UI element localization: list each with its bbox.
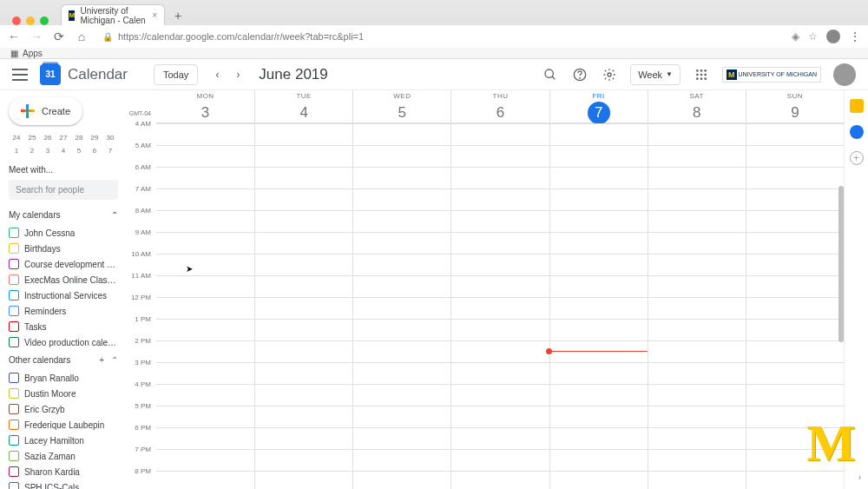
- calendar-cell[interactable]: [254, 363, 352, 384]
- calendar-cell[interactable]: [254, 385, 352, 406]
- calendar-item[interactable]: Frederique Laubepin: [9, 417, 118, 433]
- apps-grid-icon[interactable]: ▦: [10, 49, 19, 57]
- mini-cal-day[interactable]: 6: [87, 145, 102, 156]
- calendar-cell[interactable]: [549, 428, 648, 449]
- browser-menu-icon[interactable]: ⋮: [849, 30, 861, 43]
- calendar-cell[interactable]: [450, 211, 549, 232]
- calendar-cell[interactable]: [352, 189, 450, 210]
- calendar-item[interactable]: Video production calendar: [9, 334, 118, 350]
- calendar-cell[interactable]: [648, 189, 746, 210]
- extension-icon[interactable]: ◈: [792, 30, 799, 43]
- calendar-cell[interactable]: [549, 276, 648, 297]
- calendar-item[interactable]: John Cessna: [9, 225, 118, 241]
- calendar-cell[interactable]: [549, 363, 648, 384]
- window-controls[interactable]: [7, 10, 57, 25]
- calendar-cell[interactable]: [549, 341, 648, 362]
- calendar-checkbox[interactable]: [9, 306, 19, 316]
- calendar-cell[interactable]: [156, 406, 254, 427]
- calendar-cell[interactable]: [450, 363, 549, 384]
- calendar-cell[interactable]: [156, 189, 254, 210]
- reload-button[interactable]: ⟳: [52, 30, 66, 43]
- calendar-cell[interactable]: [746, 168, 844, 188]
- mini-cal-day[interactable]: 27: [56, 132, 71, 143]
- calendar-cell[interactable]: [648, 450, 746, 471]
- calendar-item[interactable]: Course development calen...: [9, 256, 118, 272]
- calendar-cell[interactable]: [254, 472, 352, 489]
- calendar-item[interactable]: Lacey Hamilton: [9, 433, 118, 448]
- forward-button[interactable]: →: [30, 30, 43, 43]
- calendar-cell[interactable]: [549, 450, 648, 471]
- calendar-cell[interactable]: [648, 276, 746, 297]
- calendar-cell[interactable]: [352, 168, 450, 188]
- calendar-cell[interactable]: [156, 385, 254, 406]
- calendar-logo[interactable]: 31: [40, 64, 61, 85]
- calendar-cell[interactable]: [450, 298, 549, 319]
- calendar-checkbox[interactable]: [9, 337, 19, 347]
- calendar-cell[interactable]: [156, 233, 254, 254]
- new-tab-button[interactable]: +: [168, 6, 187, 25]
- day-header[interactable]: THU6: [450, 90, 549, 124]
- calendar-cell[interactable]: [352, 146, 450, 167]
- calendar-cell[interactable]: [746, 146, 844, 167]
- today-button[interactable]: Today: [154, 64, 198, 85]
- calendar-cell[interactable]: [254, 189, 352, 210]
- calendar-checkbox[interactable]: [9, 228, 19, 238]
- calendar-cell[interactable]: [254, 146, 352, 167]
- calendar-cell[interactable]: [254, 211, 352, 232]
- calendar-cell[interactable]: [450, 189, 549, 210]
- calendar-cell[interactable]: [352, 385, 450, 406]
- calendar-cell[interactable]: [648, 363, 746, 384]
- calendar-cell[interactable]: [450, 276, 549, 297]
- calendar-cell[interactable]: [352, 406, 450, 427]
- add-calendar-icon[interactable]: +: [99, 355, 104, 365]
- calendar-cell[interactable]: [450, 254, 549, 275]
- calendar-cell[interactable]: [549, 211, 648, 232]
- calendar-cell[interactable]: [352, 363, 450, 384]
- help-icon[interactable]: [571, 66, 589, 83]
- calendar-cell[interactable]: [450, 341, 549, 362]
- calendar-cell[interactable]: [450, 124, 549, 145]
- calendar-cell[interactable]: [156, 124, 254, 145]
- calendar-checkbox[interactable]: [9, 420, 19, 430]
- calendar-cell[interactable]: [648, 406, 746, 427]
- keep-icon[interactable]: [850, 99, 864, 113]
- calendar-cell[interactable]: [549, 472, 648, 489]
- calendar-cell[interactable]: [156, 428, 254, 449]
- calendar-cell[interactable]: [254, 124, 352, 145]
- collapse-panel-icon[interactable]: ›: [858, 472, 861, 482]
- calendar-checkbox[interactable]: [9, 373, 19, 383]
- minimize-window-icon[interactable]: [26, 17, 35, 25]
- calendar-cell[interactable]: [648, 211, 746, 232]
- close-window-icon[interactable]: [12, 17, 21, 25]
- calendar-cell[interactable]: [254, 406, 352, 427]
- calendar-cell[interactable]: [352, 341, 450, 362]
- scrollbar[interactable]: [838, 186, 844, 342]
- day-header[interactable]: FRI7: [549, 90, 648, 124]
- calendar-cell[interactable]: [254, 341, 352, 362]
- search-icon[interactable]: [542, 66, 559, 83]
- calendar-cell[interactable]: [746, 276, 844, 297]
- calendar-cell[interactable]: [450, 472, 549, 489]
- calendar-item[interactable]: Sharon Kardia: [9, 464, 118, 479]
- calendar-checkbox[interactable]: [9, 274, 19, 285]
- calendar-cell[interactable]: [746, 385, 844, 406]
- calendar-cell[interactable]: [156, 472, 254, 489]
- calendar-cell[interactable]: [648, 385, 746, 406]
- calendar-cell[interactable]: [746, 472, 844, 489]
- calendar-cell[interactable]: [156, 168, 254, 188]
- calendar-item[interactable]: Eric Grzyb: [9, 401, 118, 417]
- mini-cal-day[interactable]: 26: [40, 132, 56, 143]
- calendar-cell[interactable]: [450, 385, 549, 406]
- calendar-cell[interactable]: [156, 254, 254, 275]
- calendar-cell[interactable]: [352, 428, 450, 449]
- maximize-window-icon[interactable]: [40, 17, 49, 25]
- add-addon-icon[interactable]: +: [850, 151, 864, 165]
- day-header[interactable]: TUE4: [254, 90, 352, 124]
- mini-cal-day[interactable]: 28: [71, 132, 87, 143]
- calendar-cell[interactable]: [450, 450, 549, 471]
- calendar-cell[interactable]: [254, 168, 352, 188]
- calendar-cell[interactable]: [450, 428, 549, 449]
- calendar-cell[interactable]: [746, 124, 844, 145]
- calendar-cell[interactable]: [648, 146, 746, 167]
- my-calendars-toggle[interactable]: My calendars ⌃: [9, 210, 118, 220]
